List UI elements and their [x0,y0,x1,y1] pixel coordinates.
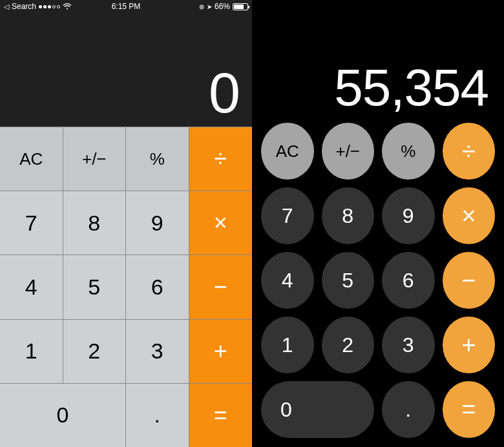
calculator-old: ◁ Search 6:15 PM ⊕ ➤ 66% 0 AC +/− % ÷ [0,0,252,447]
orientation-lock-icon: ⊕ [199,3,204,10]
keypad: AC +/− % ÷ 7 8 9 × 4 5 6 − 1 2 3 + 0 . = [261,123,495,438]
battery-percent: 66% [215,2,230,11]
digit-3-button[interactable]: 3 [382,317,435,373]
digit-0-button[interactable]: 0 [261,381,374,438]
digit-9-button[interactable]: 9 [126,191,189,255]
digit-8-button[interactable]: 8 [322,187,375,244]
multiply-button[interactable]: × [443,187,496,244]
sign-button[interactable]: +/− [322,123,375,180]
location-icon: ➤ [207,3,212,10]
display-value: 0 [209,65,240,121]
signal-dots-icon [39,5,60,8]
plus-button[interactable]: + [189,319,253,383]
decimal-button[interactable]: . [126,383,189,447]
digit-0-button[interactable]: 0 [0,383,126,447]
status-bar: ◁ Search 6:15 PM ⊕ ➤ 66% [0,0,252,13]
digit-6-button[interactable]: 6 [126,255,189,318]
decimal-button[interactable]: . [382,381,435,438]
display: 55,354 [261,0,495,123]
digit-7-button[interactable]: 7 [0,191,63,255]
display-value: 55,354 [334,62,488,114]
digit-6-button[interactable]: 6 [382,252,435,309]
calculator-new: 55,354 AC +/− % ÷ 7 8 9 × 4 5 6 − 1 2 3 … [252,0,504,447]
digit-5-button[interactable]: 5 [63,255,127,318]
divide-button[interactable]: ÷ [443,123,496,180]
back-label[interactable]: Search [12,2,36,11]
plus-button[interactable]: + [443,317,496,373]
sign-button[interactable]: +/− [63,127,127,191]
equals-button[interactable]: = [189,383,253,447]
digit-7-button[interactable]: 7 [261,187,314,244]
minus-button[interactable]: − [443,252,496,309]
wifi-icon [63,3,72,10]
digit-2-button[interactable]: 2 [322,317,375,373]
minus-button[interactable]: − [189,255,253,318]
digit-4-button[interactable]: 4 [261,252,314,309]
clear-button[interactable]: AC [0,127,63,191]
digit-2-button[interactable]: 2 [63,319,127,383]
digit-9-button[interactable]: 9 [382,187,435,244]
digit-1-button[interactable]: 1 [261,317,314,373]
digit-8-button[interactable]: 8 [63,191,127,255]
percent-button[interactable]: % [126,127,189,191]
divide-button[interactable]: ÷ [189,127,253,191]
digit-4-button[interactable]: 4 [0,255,63,318]
clear-button[interactable]: AC [261,123,314,180]
multiply-button[interactable]: × [189,191,253,255]
display: 0 [0,13,252,127]
back-chevron-icon[interactable]: ◁ [4,3,9,11]
digit-1-button[interactable]: 1 [0,319,63,383]
digit-3-button[interactable]: 3 [126,319,189,383]
battery-icon [233,3,248,10]
digit-5-button[interactable]: 5 [322,252,375,309]
percent-button[interactable]: % [382,123,435,180]
equals-button[interactable]: = [443,381,496,438]
keypad: AC +/− % ÷ 7 8 9 × 4 5 6 − 1 2 3 + 0 . = [0,127,252,447]
